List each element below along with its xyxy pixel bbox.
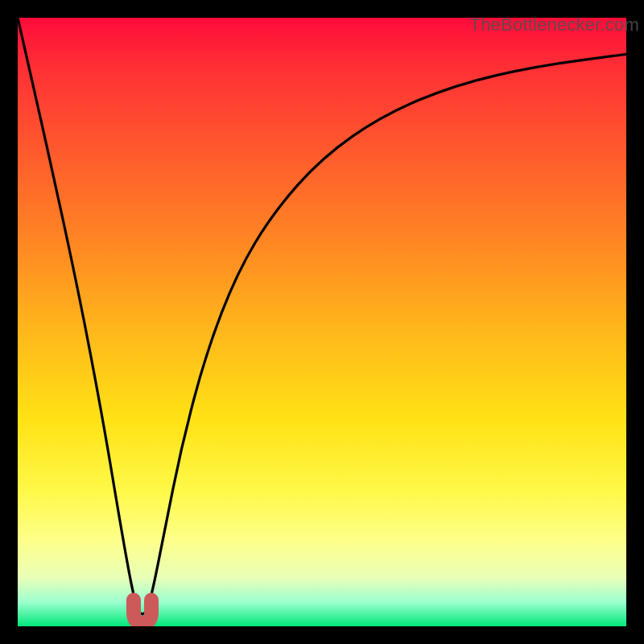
- chart-frame: TheBottlenecker.com: [0, 0, 644, 644]
- curve-layer: [18, 18, 626, 626]
- minimum-marker: [134, 600, 151, 623]
- plot-area: [18, 18, 626, 626]
- bottleneck-curve: [18, 18, 626, 614]
